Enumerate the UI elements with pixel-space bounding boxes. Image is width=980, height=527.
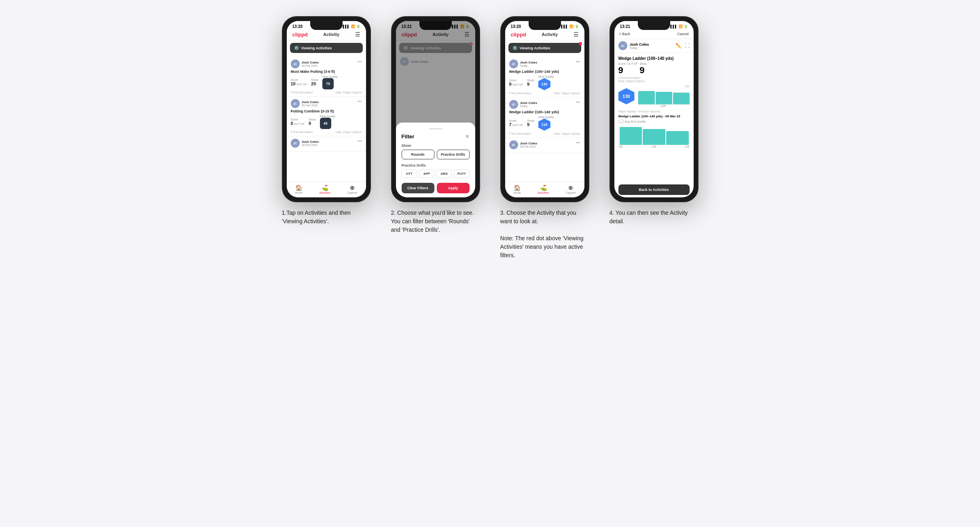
dots-menu-3-0[interactable]: ••• xyxy=(576,59,580,64)
settings-icon-1: ⚙️ xyxy=(294,46,299,50)
phone-section-4: 13:21 ▌▌▌ 📶 🔋 < Back Cancel JC xyxy=(605,16,703,226)
bar-val-4-2: 124 xyxy=(685,145,690,148)
nav-capture-3[interactable]: ⊕ Capture xyxy=(566,184,576,194)
score-stat-3-0: Score 9 OUT OF xyxy=(509,79,523,87)
shots-stat-3-1: Shots 9 xyxy=(527,119,534,127)
battery-icon-1: 🔋 xyxy=(356,25,360,28)
apply-btn-2[interactable]: Apply xyxy=(437,183,470,193)
filter-close-2[interactable]: ✕ xyxy=(465,133,470,140)
viewing-label-1: Viewing Activities xyxy=(301,46,332,50)
avatar-3-0: JC xyxy=(509,59,518,68)
score-stat-3-1: Score 7 OUT OF xyxy=(509,119,523,127)
detail-user-name-4: Josh Coles xyxy=(630,42,649,47)
avatar-1-0: JC xyxy=(291,59,300,68)
menu-icon-1[interactable]: ☰ xyxy=(355,31,360,38)
shots-label-1-1: Shots xyxy=(309,118,316,121)
phone-screen-1: 13:20 ▌▌▌ 📶 🔋 clippd Activity ☰ ⚙️ V xyxy=(287,21,366,197)
menu-icon-3[interactable]: ☰ xyxy=(574,31,579,38)
bottom-bar-4-1 xyxy=(643,129,665,145)
phone-notch-4 xyxy=(638,21,670,30)
practice-drills-btn-2[interactable]: Practice Drills xyxy=(437,150,470,159)
edit-icon-4[interactable]: ✏️ xyxy=(675,43,682,49)
wifi-icon-3: 📶 xyxy=(569,25,574,28)
dots-menu-1-2[interactable]: ••• xyxy=(358,139,362,143)
screen-content-1: JC Josh Coles 28 Feb 2023 ••• Must Make … xyxy=(287,55,366,182)
dots-menu-1-1[interactable]: ••• xyxy=(358,99,362,104)
activity-card-3-0[interactable]: JC Josh Coles Today ••• Wedge Ladder (10… xyxy=(505,57,584,97)
card-title-3-0: Wedge Ladder (100–140 yds) xyxy=(509,70,580,74)
filter-modal-2: Filter ✕ Show Rounds Practice Drills Pra… xyxy=(396,123,475,197)
shots-label-1-0: Shots xyxy=(311,78,318,81)
nav-home-3[interactable]: 🏠 Home xyxy=(513,184,521,194)
card-stats-3-0: Score 9 OUT OF Shots 9 xyxy=(509,75,580,90)
card-stats-1-0: Score 10 OUT OF Shots 20 xyxy=(291,75,362,89)
user-name-3-2: Josh Coles xyxy=(520,142,538,145)
dots-menu-3-2[interactable]: ••• xyxy=(576,140,580,145)
user-details-1-1: Josh Coles 28 Feb 2023 xyxy=(302,100,319,107)
card-header-1-1: JC Josh Coles 28 Feb 2023 ••• xyxy=(291,99,362,108)
nav-title-3: Activity xyxy=(542,32,558,37)
wifi-icon-1: 📶 xyxy=(351,25,355,28)
shots-label-3-1: Shots xyxy=(527,119,534,122)
score-label-3-0: Score xyxy=(509,79,523,82)
sq-hex-3-1: 118 xyxy=(538,119,550,131)
detail-content-4: Wedge Ladder (100–140 yds) Score 9 OUT O… xyxy=(614,53,694,182)
viewing-activities-header-3[interactable]: ⚙️ Viewing Activities xyxy=(508,43,581,53)
nav-activities-3[interactable]: ⛳ Activities xyxy=(538,184,549,194)
phone-notch-3 xyxy=(529,21,561,30)
drill-ott-2[interactable]: OTT xyxy=(402,169,417,178)
nav-activities-1[interactable]: ⛳ Activities xyxy=(320,184,331,194)
back-to-activities-btn-4[interactable]: Back to Activities xyxy=(618,184,690,195)
drill-app-2[interactable]: APP xyxy=(419,169,434,178)
phone-section-3: 13:20 ▌▌▌ 📶 🔋 clippd Activity ☰ ⚙️ V xyxy=(496,16,593,260)
dots-menu-3-1[interactable]: ••• xyxy=(576,100,580,104)
shots-label-3-0: Shots xyxy=(527,79,534,82)
footer-left-3-0: ℹ Test Information xyxy=(509,91,531,95)
data-capture-4: Data: Clippd Capture xyxy=(618,80,647,83)
footer-right-1-0: Data: Clippd Capture xyxy=(335,91,362,94)
shots-label-4: Shots xyxy=(639,62,647,65)
shots-value-3-1: 9 xyxy=(527,122,534,127)
detail-user-text-4: Josh Coles Today xyxy=(630,42,649,49)
avatar-3-1: JC xyxy=(509,100,518,109)
chart-bar-4-2 xyxy=(673,93,690,104)
clear-filters-btn-2[interactable]: Clear Filters xyxy=(402,183,434,193)
shots-stat-1-0: Shots 20 xyxy=(311,78,318,86)
score-value-1-1: 0 OUT OF xyxy=(291,121,305,126)
expand-icon-4[interactable]: ⛶ xyxy=(685,43,690,49)
shots-big-4: 9 xyxy=(639,65,647,76)
score-big-4: 9 xyxy=(618,65,626,76)
nav-capture-1[interactable]: ⊕ Capture xyxy=(347,184,358,194)
card-header-3-0: JC Josh Coles Today ••• xyxy=(509,59,580,68)
phone-screen-2: 13:21 ▌▌▌ 📶 🔋 clippd Activity ☰ ⚙️ V xyxy=(396,21,475,197)
drill-putt-2[interactable]: PUTT xyxy=(454,169,469,178)
nav-title-1: Activity xyxy=(323,32,339,37)
back-btn-4[interactable]: < Back xyxy=(619,32,631,36)
activity-card-3-1[interactable]: JC Josh Coles Today ••• Wedge Ladder (10… xyxy=(505,97,584,138)
dots-menu-1-0[interactable]: ••• xyxy=(358,59,362,64)
cancel-btn-4[interactable]: Cancel xyxy=(677,32,688,36)
phone-frame-4: 13:21 ▌▌▌ 📶 🔋 < Back Cancel JC xyxy=(610,16,698,202)
rounds-btn-2[interactable]: Rounds xyxy=(402,150,434,159)
home-icon-1: 🏠 xyxy=(295,184,302,191)
activities-icon-1: ⛳ xyxy=(322,184,328,191)
filter-handle-2 xyxy=(429,128,442,129)
user-info-3-0: JC Josh Coles Today xyxy=(509,59,538,68)
filter-title-2: Filter xyxy=(402,133,415,140)
test-info-4: ℹ Test Information xyxy=(618,76,647,80)
filter-toggle-row-2: Rounds Practice Drills xyxy=(402,150,470,159)
home-label-3: Home xyxy=(513,191,521,194)
drill-arg-2[interactable]: ARG xyxy=(436,169,452,178)
signal-icon-1: ▌▌▌ xyxy=(343,25,349,28)
score-value-1-0: 10 OUT OF xyxy=(291,81,307,86)
phone-notch-1 xyxy=(310,21,343,30)
score-label-1-1: Score xyxy=(291,118,305,121)
nav-home-1[interactable]: 🏠 Home xyxy=(295,184,303,194)
user-info-1-0: JC Josh Coles 28 Feb 2023 xyxy=(291,59,319,68)
card-header-1-0: JC Josh Coles 28 Feb 2023 ••• xyxy=(291,59,362,68)
user-date-1-1: 28 Feb 2023 xyxy=(302,104,319,107)
avg-sq-label-4: — Avg Shot Quality xyxy=(618,120,690,123)
activities-label-3: Activities xyxy=(538,191,549,194)
outof-1-1: OUT OF xyxy=(294,123,305,125)
viewing-activities-header-1[interactable]: ⚙️ Viewing Activities xyxy=(290,43,363,53)
